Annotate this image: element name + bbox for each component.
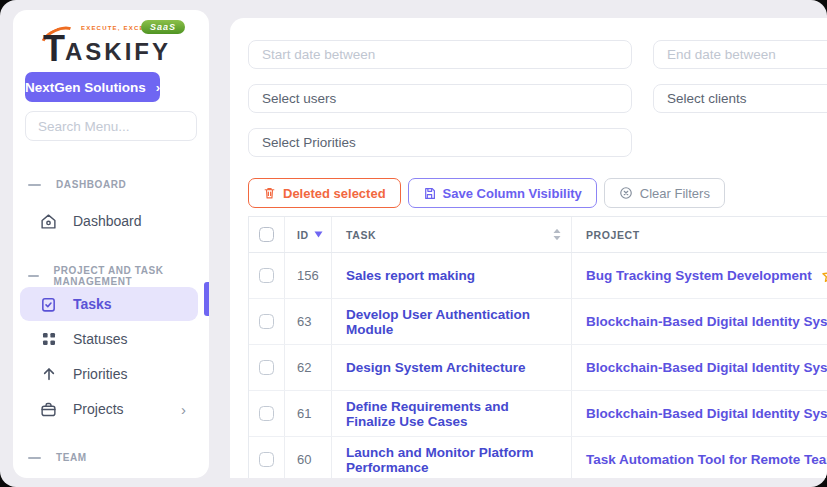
save-floppy-icon <box>423 187 436 200</box>
sidebar-scrollbar-thumb[interactable] <box>204 282 209 316</box>
workspace-name: NextGen Solutions <box>25 80 146 95</box>
workspace-selector-button[interactable]: NextGen Solutions › <box>25 72 160 102</box>
row-checkbox[interactable] <box>259 406 274 421</box>
sidebar-item-statuses[interactable]: Statuses <box>20 322 198 356</box>
filter-row-priorities: Select Priorities <box>248 128 827 157</box>
project-link[interactable]: Blockchain-Based Digital Identity System <box>586 360 827 375</box>
section-header-dashboard: DASHBOARD <box>13 179 209 190</box>
sidebar-item-priorities[interactable]: Priorities <box>20 357 198 391</box>
task-link[interactable]: Develop User Authentication Module <box>346 307 561 337</box>
task-link[interactable]: Sales report making <box>346 268 475 283</box>
table-row: 62 Design System Architecture Blockchain… <box>249 345 827 391</box>
table-row: 60 Launch and Monitor Platform Performan… <box>249 437 827 478</box>
select-users-dropdown[interactable]: Select users <box>248 84 632 113</box>
sort-both-icon <box>553 228 561 241</box>
favorite-star-icon[interactable] <box>821 267 827 284</box>
app-window: T ASKIFY EXECUTE, EXCEL SaaS NextGen Sol… <box>0 0 827 487</box>
circle-x-icon <box>619 186 633 200</box>
start-date-filter-input[interactable] <box>248 40 632 69</box>
sort-desc-icon <box>314 231 323 238</box>
tasks-clipboard-icon <box>40 296 57 313</box>
main-content: Select users Select clients Select Prior… <box>230 18 827 478</box>
task-link[interactable]: Design System Architecture <box>346 360 526 375</box>
row-checkbox[interactable] <box>259 268 274 283</box>
select-clients-dropdown[interactable]: Select clients <box>653 84 827 113</box>
section-header-team: TEAM <box>13 452 209 463</box>
column-header-task[interactable]: TASK <box>332 217 572 252</box>
section-dash-icon <box>28 184 41 186</box>
table-row: 156 Sales report making Bug Tracking Sys… <box>249 253 827 299</box>
chevron-right-icon: › <box>181 402 186 417</box>
task-id: 63 <box>297 314 311 329</box>
sidebar-item-dashboard[interactable]: Dashboard <box>20 204 198 238</box>
row-checkbox[interactable] <box>259 360 274 375</box>
taskify-logo: T ASKIFY EXECUTE, EXCEL SaaS <box>37 22 185 64</box>
project-link[interactable]: Blockchain-Based Digital Identity System <box>586 406 827 421</box>
trash-icon <box>263 186 276 200</box>
project-link[interactable]: Task Automation Tool for Remote Teams <box>586 452 827 467</box>
save-column-visibility-button[interactable]: Save Column Visibility <box>408 178 597 208</box>
task-link[interactable]: Launch and Monitor Platform Performance <box>346 445 561 475</box>
task-id: 60 <box>297 452 311 467</box>
sidebar-item-tasks[interactable]: Tasks <box>20 287 198 321</box>
chevron-right-icon: › <box>156 80 160 95</box>
logo-wordmark: ASKIFY <box>65 40 171 64</box>
table-header-row: ID TASK PROJECT <box>249 217 827 253</box>
statuses-grid-icon <box>40 331 57 348</box>
logo-tagline: EXECUTE, EXCEL <box>81 25 149 31</box>
filter-row-dates <box>248 40 827 69</box>
section-dash-icon <box>28 275 39 277</box>
project-link[interactable]: Bug Tracking System Development <box>586 268 812 283</box>
tasks-table: ID TASK PROJECT 156 Sales <box>248 216 827 478</box>
select-all-cell <box>249 217 285 252</box>
home-icon <box>40 213 57 230</box>
project-link[interactable]: Blockchain-Based Digital Identity System <box>586 314 827 329</box>
column-header-id[interactable]: ID <box>285 217 332 252</box>
projects-briefcase-icon <box>40 401 57 418</box>
delete-selected-button[interactable]: Deleted selected <box>248 178 401 208</box>
select-all-checkbox[interactable] <box>259 227 274 242</box>
priority-arrow-up-icon <box>40 366 57 383</box>
saas-badge: SaaS <box>141 20 185 34</box>
table-toolbar: Deleted selected Save Column Visibility … <box>248 178 827 208</box>
table-row: 63 Develop User Authentication Module Bl… <box>249 299 827 345</box>
row-checkbox[interactable] <box>259 452 274 467</box>
sidebar: T ASKIFY EXECUTE, EXCEL SaaS NextGen Sol… <box>13 10 209 478</box>
section-dash-icon <box>28 457 41 459</box>
column-header-project[interactable]: PROJECT <box>572 217 827 252</box>
task-link[interactable]: Define Requirements and Finalize Use Cas… <box>346 399 561 429</box>
row-checkbox[interactable] <box>259 314 274 329</box>
sidebar-item-projects[interactable]: Projects › <box>20 392 198 426</box>
logo-initial: T <box>43 34 65 64</box>
sidebar-search-input[interactable] <box>25 111 197 141</box>
table-row: 61 Define Requirements and Finalize Use … <box>249 391 827 437</box>
task-id: 156 <box>297 268 319 283</box>
filter-row-users-clients: Select users Select clients <box>248 84 827 113</box>
task-id: 62 <box>297 360 311 375</box>
section-header-project-task-management: PROJECT AND TASK MANAGEMENT <box>13 265 209 287</box>
task-id: 61 <box>297 406 311 421</box>
end-date-filter-input[interactable] <box>653 40 827 69</box>
clear-filters-button[interactable]: Clear Filters <box>604 178 725 208</box>
select-priorities-dropdown[interactable]: Select Priorities <box>248 128 632 157</box>
